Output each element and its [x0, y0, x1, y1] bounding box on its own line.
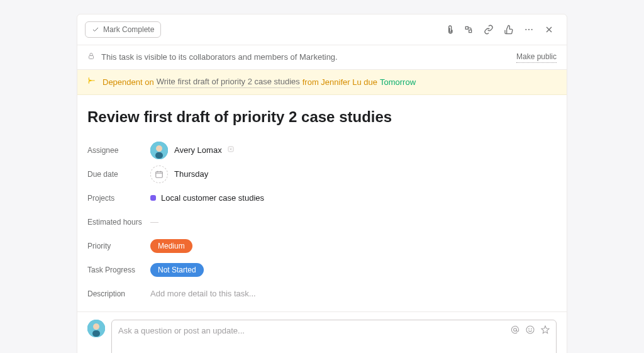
appreciation-button[interactable] — [540, 324, 551, 335]
visibility-text: This task is visible to its collaborator… — [101, 52, 338, 63]
close-button[interactable] — [539, 20, 559, 40]
svg-point-10 — [93, 323, 99, 330]
due-date-row: Due date Thursday — [87, 163, 557, 186]
svg-point-14 — [529, 328, 530, 329]
priority-label: Priority — [87, 241, 150, 252]
svg-rect-6 — [155, 152, 163, 159]
topbar: Mark Complete — [77, 14, 567, 45]
projects-row: Projects Local customer case studies — [87, 187, 557, 210]
comment-user-avatar — [87, 320, 105, 337]
dependency-from-text: from Jennifer Lu due — [303, 77, 377, 88]
copy-link-button[interactable] — [479, 20, 499, 40]
attachment-button[interactable] — [438, 20, 458, 40]
description-input[interactable]: Add more detail to this task... — [150, 288, 256, 300]
subtask-button[interactable] — [458, 20, 479, 40]
progress-row: Task Progress Not Started — [87, 259, 557, 281]
dependency-task-link[interactable]: Write first draft of priority 2 case stu… — [157, 76, 300, 88]
link-icon — [484, 25, 494, 35]
svg-point-1 — [528, 29, 530, 30]
mark-complete-button[interactable]: Mark Complete — [85, 21, 161, 38]
assignee-name: Avery Lomax — [174, 145, 222, 156]
svg-point-0 — [525, 29, 526, 30]
svg-point-5 — [156, 145, 162, 152]
due-date-text: Thursday — [174, 169, 208, 180]
progress-value[interactable]: Not Started — [150, 263, 204, 277]
progress-label: Task Progress — [87, 265, 150, 276]
svg-point-2 — [531, 29, 533, 30]
project-name: Local customer case studies — [161, 193, 264, 204]
mention-button[interactable] — [509, 324, 521, 335]
svg-rect-3 — [89, 56, 94, 59]
mark-complete-label: Mark Complete — [103, 25, 154, 34]
visibility-bar: This task is visible to its collaborator… — [77, 45, 567, 70]
projects-label: Projects — [87, 193, 150, 204]
progress-pill: Not Started — [150, 263, 204, 277]
emoji-button[interactable] — [525, 324, 536, 335]
svg-rect-8 — [156, 172, 163, 177]
comment-area: Ask a question or post an update... — [77, 311, 567, 353]
comment-input[interactable]: Ask a question or post an update... — [111, 320, 557, 353]
more-actions-button[interactable] — [519, 20, 539, 40]
svg-point-15 — [531, 328, 532, 329]
priority-pill: Medium — [150, 239, 192, 254]
comment-placeholder: Ask a question or post an update... — [118, 325, 245, 337]
like-button[interactable] — [499, 20, 519, 40]
projects-value[interactable]: Local customer case studies — [150, 193, 264, 204]
assignee-avatar — [150, 142, 168, 159]
dependency-due-text: Tomorrow — [380, 77, 416, 88]
star-icon — [540, 325, 550, 335]
dependency-prefix: Dependent on — [103, 77, 154, 88]
lock-icon — [87, 52, 95, 63]
estimated-hours-label: Estimated hours — [87, 217, 150, 228]
assignee-value[interactable]: Avery Lomax — [150, 142, 235, 159]
priority-row: Priority Medium — [87, 235, 557, 257]
project-color-dot — [150, 195, 156, 201]
svg-rect-11 — [92, 330, 100, 337]
attachment-icon — [443, 25, 453, 35]
more-icon — [524, 25, 534, 35]
dependency-icon — [87, 76, 96, 88]
close-icon — [544, 25, 554, 35]
thumbs-up-icon — [504, 25, 514, 35]
svg-marker-16 — [541, 326, 549, 333]
estimated-hours-value[interactable]: — — [150, 216, 158, 228]
due-date-label: Due date — [87, 169, 150, 180]
svg-point-13 — [526, 326, 534, 333]
smile-icon — [525, 325, 535, 335]
comment-actions — [509, 324, 551, 335]
due-date-value[interactable]: Thursday — [150, 165, 208, 183]
assignee-remove-icon[interactable] — [227, 145, 235, 156]
assignee-label: Assignee — [87, 145, 150, 156]
dependency-banner: Dependent on Write first draft of priori… — [77, 70, 567, 95]
calendar-icon — [150, 165, 168, 183]
description-row: Description Add more detail to this task… — [87, 283, 557, 305]
at-icon — [510, 325, 520, 335]
task-title[interactable]: Review first draft of priority 2 case st… — [87, 106, 557, 128]
svg-point-12 — [514, 328, 517, 332]
estimated-hours-row: Estimated hours — — [87, 211, 557, 233]
priority-value[interactable]: Medium — [150, 239, 192, 254]
task-body: Review first draft of priority 2 case st… — [77, 95, 567, 305]
check-icon — [92, 26, 99, 33]
subtask-icon — [464, 25, 474, 35]
assignee-row: Assignee Avery Lomax — [87, 139, 557, 162]
make-public-link[interactable]: Make public — [516, 52, 557, 63]
description-label: Description — [87, 289, 150, 300]
task-pane: Mark Complete This task is visible to it… — [77, 14, 567, 353]
